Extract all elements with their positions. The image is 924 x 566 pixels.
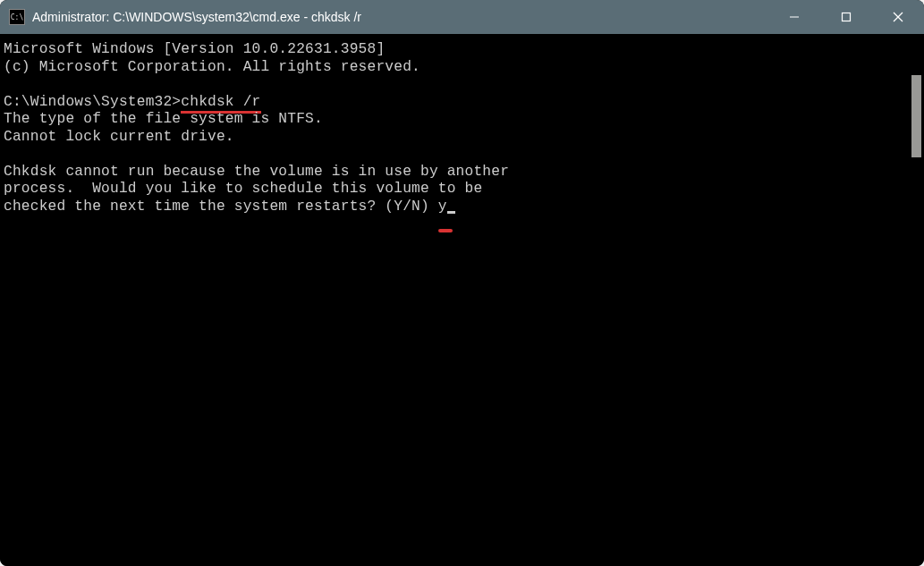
terminal-output: Microsoft Windows [Version 10.0.22631.39… [4, 41, 920, 215]
cmd-window: C:\ Administrator: C:\WINDOWS\system32\c… [0, 0, 924, 566]
output-line: checked the next time the system restart… [4, 199, 438, 215]
svg-rect-1 [843, 13, 851, 21]
output-line: The type of the file system is NTFS. [4, 111, 323, 127]
output-line: Cannot lock current drive. [4, 129, 234, 145]
window-controls [768, 0, 924, 34]
terminal-body[interactable]: Microsoft Windows [Version 10.0.22631.39… [0, 34, 924, 566]
close-icon [893, 12, 903, 22]
user-input: y [438, 199, 447, 215]
prompt: C:\Windows\System32> [4, 94, 181, 110]
output-line: Chkdsk cannot run because the volume is … [4, 164, 509, 180]
output-line: (c) Microsoft Corporation. All rights re… [4, 59, 420, 75]
maximize-button[interactable] [820, 0, 872, 34]
maximize-icon [841, 12, 852, 22]
cmd-icon: C:\ [9, 9, 25, 25]
scrollbar-thumb[interactable] [911, 75, 921, 157]
output-line: Microsoft Windows [Version 10.0.22631.39… [4, 41, 385, 57]
cursor [447, 211, 455, 214]
window-title: Administrator: C:\WINDOWS\system32\cmd.e… [32, 10, 768, 24]
titlebar[interactable]: C:\ Administrator: C:\WINDOWS\system32\c… [0, 0, 924, 34]
output-line: process. Would you like to schedule this… [4, 181, 482, 197]
close-button[interactable] [872, 0, 924, 34]
minimize-button[interactable] [768, 0, 820, 34]
minimize-icon [789, 12, 800, 22]
